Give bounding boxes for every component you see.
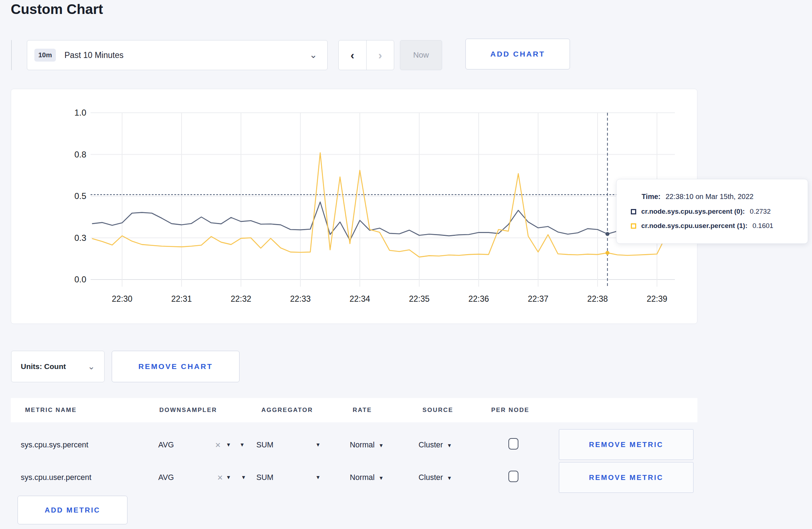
now-button[interactable]: Now (400, 40, 442, 70)
tooltip-user-label: cr.node.sys.cpu.user.percent (1): (641, 222, 748, 230)
units-label: Units: Count (21, 362, 66, 371)
svg-text:0.8: 0.8 (74, 150, 86, 159)
chevron-down-icon: ▾ (448, 442, 451, 449)
col-source: SOURCE (422, 407, 453, 414)
tooltip-time-label: Time: (642, 193, 661, 201)
tooltip-time-value: 22:38:10 on Mar 15th, 2022 (666, 193, 754, 201)
prev-time-button[interactable]: ‹ (339, 40, 367, 70)
time-range-select[interactable]: 10m Past 10 Minutes ⌄ (27, 40, 328, 70)
svg-text:22:35: 22:35 (409, 294, 430, 304)
close-icon[interactable]: × (217, 471, 223, 484)
col-rate: RATE (353, 407, 372, 414)
chevron-down-icon[interactable]: ▾ (316, 471, 320, 484)
time-range-label: Past 10 Minutes (64, 50, 124, 60)
add-chart-button[interactable]: ADD CHART (465, 39, 570, 69)
chevron-down-icon: ▾ (380, 442, 383, 449)
close-icon[interactable]: × (215, 439, 221, 451)
chevron-down-icon[interactable]: ▾ (316, 439, 320, 451)
chevron-down-icon[interactable]: ▾ (242, 471, 245, 484)
page-title: Custom Chart (11, 1, 103, 17)
remove-metric-button[interactable]: REMOVE METRIC (559, 462, 693, 493)
col-metric-name: METRIC NAME (25, 407, 77, 414)
add-metric-button[interactable]: ADD METRIC (18, 496, 127, 524)
remove-metric-button[interactable]: REMOVE METRIC (559, 429, 693, 460)
metrics-table-header: METRIC NAME DOWNSAMPLER AGGREGATOR RATE … (11, 398, 697, 422)
metric-name-value: sys.cpu.user.percent (21, 471, 91, 484)
svg-text:22:37: 22:37 (528, 294, 548, 304)
col-aggregator: AGGREGATOR (261, 407, 313, 414)
chart-tooltip: Time: 22:38:10 on Mar 15th, 2022 cr.node… (616, 179, 808, 244)
svg-text:22:33: 22:33 (290, 294, 311, 304)
downsampler-select[interactable]: AVG (158, 471, 174, 484)
svg-text:22:36: 22:36 (468, 294, 489, 304)
chevron-down-icon: ⌄ (309, 52, 317, 58)
metric-name-value: sys.cpu.sys.percent (21, 439, 88, 451)
chevron-down-icon: ▾ (380, 475, 383, 481)
remove-chart-button[interactable]: REMOVE CHART (112, 351, 240, 382)
aggregator-select[interactable]: SUM (256, 439, 274, 451)
svg-text:0.3: 0.3 (74, 233, 86, 243)
tooltip-user-value: 0.1601 (753, 222, 773, 230)
per-node-checkbox[interactable] (508, 471, 518, 482)
time-range-badge: 10m (34, 49, 56, 62)
chart-card: 0.00.30.50.81.022:3022:3122:3222:3322:34… (11, 89, 697, 324)
rate-select[interactable]: Normal▾ (350, 471, 383, 484)
sys-series-swatch-icon (631, 209, 636, 214)
units-select[interactable]: Units: Count ⌄ (11, 351, 105, 382)
chevron-down-icon[interactable]: ▾ (227, 471, 230, 484)
svg-text:1.0: 1.0 (74, 108, 86, 117)
time-pager: ‹ › (338, 40, 394, 70)
tooltip-sys-label: cr.node.sys.cpu.sys.percent (0): (641, 208, 745, 215)
chevron-down-icon[interactable]: ▾ (241, 439, 244, 451)
svg-text:22:31: 22:31 (171, 294, 192, 304)
downsampler-select[interactable]: AVG (158, 439, 174, 451)
source-select[interactable]: Cluster▾ (419, 439, 451, 451)
next-time-button[interactable]: › (367, 40, 394, 70)
svg-text:22:38: 22:38 (587, 294, 608, 304)
toolbar-divider (11, 40, 12, 70)
svg-text:22:30: 22:30 (112, 294, 132, 304)
svg-text:22:39: 22:39 (647, 294, 667, 304)
source-select[interactable]: Cluster▾ (419, 471, 451, 484)
chevron-down-icon: ⌄ (88, 364, 95, 369)
chevron-down-icon[interactable]: ▾ (227, 439, 230, 451)
aggregator-select[interactable]: SUM (256, 471, 274, 484)
rate-select[interactable]: Normal▾ (350, 439, 383, 451)
svg-text:0.0: 0.0 (74, 275, 86, 284)
user-series-swatch-icon (631, 223, 636, 229)
col-per-node: PER NODE (491, 407, 529, 414)
col-downsampler: DOWNSAMPLER (159, 407, 217, 414)
per-node-checkbox[interactable] (508, 438, 518, 450)
svg-text:0.5: 0.5 (74, 191, 86, 201)
svg-text:22:34: 22:34 (349, 294, 370, 304)
svg-text:22:32: 22:32 (231, 294, 251, 304)
tooltip-sys-value: 0.2732 (750, 208, 770, 215)
chevron-down-icon: ▾ (448, 475, 451, 481)
custom-chart-plot[interactable]: 0.00.30.50.81.022:3022:3122:3222:3322:34… (11, 89, 698, 324)
